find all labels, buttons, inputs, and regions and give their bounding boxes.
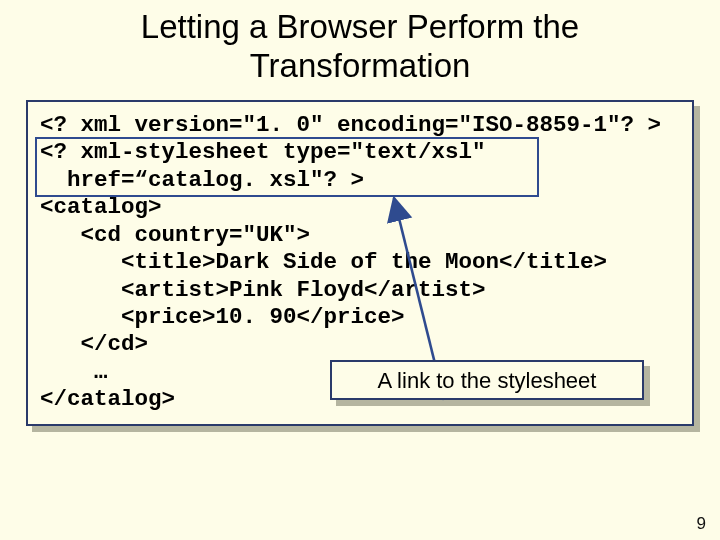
code-line-11: </catalog> <box>40 386 175 412</box>
code-line-4: <catalog> <box>40 194 162 220</box>
code-line-8: <price>10. 90</price> <box>40 304 405 330</box>
code-line-9: </cd> <box>40 331 148 357</box>
code-line-5: <cd country="UK"> <box>40 222 310 248</box>
code-container: <? xml version="1. 0" encoding="ISO-8859… <box>26 100 694 426</box>
code-line-10: … <box>40 359 108 385</box>
code-line-3: href=“catalog. xsl"? > <box>40 167 364 193</box>
callout-box: A link to the stylesheet <box>330 360 644 400</box>
callout-text: A link to the stylesheet <box>378 368 597 393</box>
slide-title: Letting a Browser Perform the Transforma… <box>40 8 680 86</box>
code-line-1: <? xml version="1. 0" encoding="ISO-8859… <box>40 112 661 138</box>
code-line-2: <? xml-stylesheet type="text/xsl" <box>40 139 486 165</box>
page-number: 9 <box>697 514 706 534</box>
code-line-7: <artist>Pink Floyd</artist> <box>40 277 486 303</box>
code-line-6: <title>Dark Side of the Moon</title> <box>40 249 607 275</box>
